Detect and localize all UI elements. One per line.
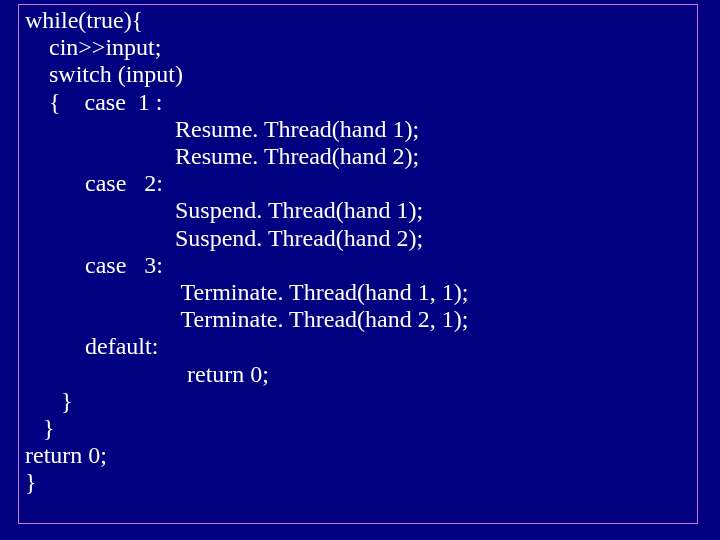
code-block: while(true){ cin>>input; switch (input) … — [19, 5, 697, 497]
code-frame: while(true){ cin>>input; switch (input) … — [18, 4, 698, 524]
